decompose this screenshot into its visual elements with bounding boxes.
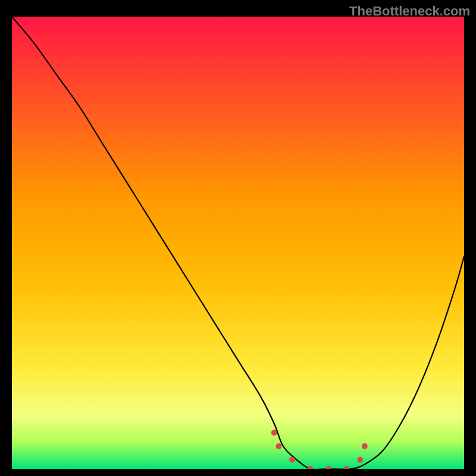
marker-dot: [289, 457, 295, 463]
marker-dot: [275, 443, 281, 449]
curve-layer: [12, 17, 464, 469]
marker-dot: [357, 457, 363, 463]
plot-area: [12, 17, 464, 469]
chart-container: TheBottleneck.com: [0, 0, 476, 476]
watermark-label: TheBottleneck.com: [349, 4, 470, 19]
marker-dot: [325, 466, 331, 469]
marker-dot: [362, 443, 368, 449]
marker-dot: [308, 466, 314, 469]
marker-dot: [271, 430, 277, 436]
marker-dot: [343, 466, 349, 469]
bottleneck-curve: [12, 17, 464, 469]
